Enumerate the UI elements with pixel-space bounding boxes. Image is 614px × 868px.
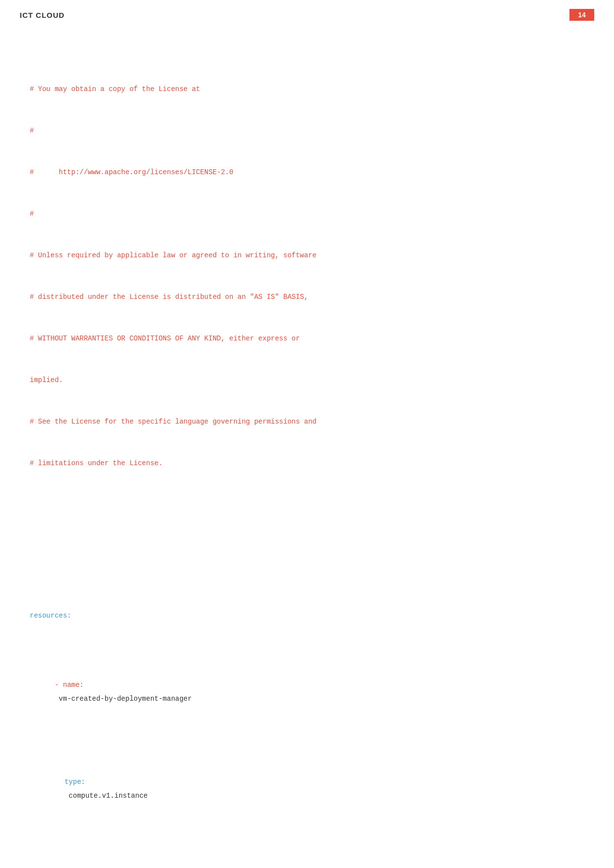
comment-line-7: # WITHOUT WARRANTIES OR CONDITIONS OF AN… — [30, 332, 584, 345]
comment-line-8: # See the License for the specific langu… — [30, 415, 584, 429]
page-number-badge: 14 — [569, 9, 594, 21]
comment-line-4: # — [30, 207, 584, 221]
code-block: # You may obtain a copy of the License a… — [30, 41, 584, 868]
resource1-name-line: - name: vm-created-by-deployment-manager — [30, 664, 584, 720]
resources-label: resources: — [30, 609, 584, 623]
header: ICT CLOUD 14 — [0, 0, 614, 26]
header-title: ICT CLOUD — [20, 11, 65, 19]
resource1-type-line: type: compute.v1.instance — [30, 761, 584, 817]
comment-line-5: # Unless required by applicable law or a… — [30, 248, 584, 262]
comment-line-6: # distributed under the License is distr… — [30, 290, 584, 304]
comment-implied: implied. — [30, 373, 584, 387]
comment-line-3: # http://www.apache.org/licenses/LICENSE… — [30, 165, 584, 179]
comment-line-1: # You may obtain a copy of the License a… — [30, 82, 584, 96]
comment-line-2: # — [30, 124, 584, 138]
comment-line-9: # limitations under the License. — [30, 456, 584, 470]
content-area: # You may obtain a copy of the License a… — [0, 26, 614, 868]
